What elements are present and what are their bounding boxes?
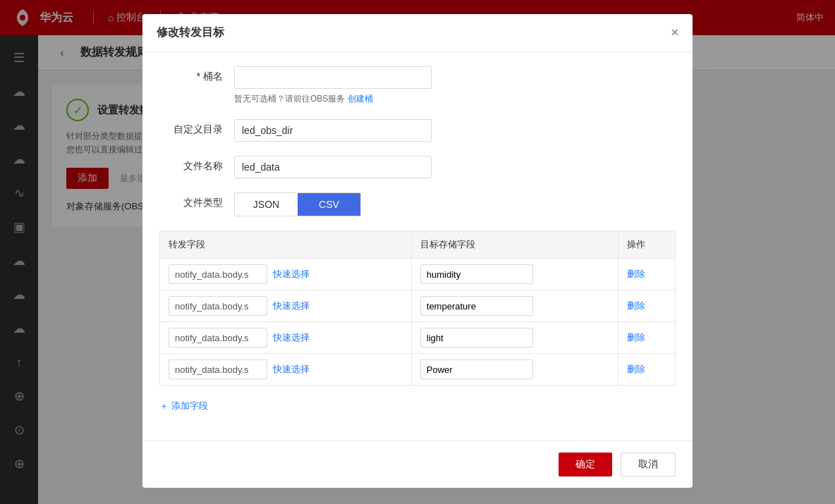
modal: 修改转发目标 × * 桶名 暂无可选桶？请前往OBS服务 创建桶 (142, 14, 693, 488)
table-row: 快速选择 删除 (160, 354, 676, 386)
bucket-input[interactable] (234, 66, 432, 89)
file-name-input[interactable] (234, 156, 432, 178)
bucket-label: * 桶名 (159, 66, 223, 83)
plus-icon: ＋ (159, 400, 169, 412)
quick-select-button[interactable]: 快速选择 (273, 268, 310, 281)
col-action: 操作 (618, 231, 676, 259)
csv-type-button[interactable]: CSV (298, 193, 360, 216)
confirm-button[interactable]: 确定 (559, 453, 612, 477)
json-type-button[interactable]: JSON (235, 193, 298, 216)
target-field-input[interactable] (420, 296, 533, 316)
target-field-input[interactable] (420, 264, 533, 284)
cancel-button[interactable]: 取消 (621, 453, 676, 477)
col-target: 目标存储字段 (411, 231, 618, 259)
file-type-control: JSON CSV (234, 192, 676, 216)
custom-dir-control (234, 119, 676, 142)
target-field-input[interactable] (420, 328, 533, 348)
source-field-input[interactable] (169, 359, 267, 379)
custom-dir-label: 自定义目录 (159, 119, 223, 136)
source-field-input[interactable] (169, 296, 267, 316)
source-field-input[interactable] (169, 328, 267, 348)
delete-button[interactable]: 删除 (627, 300, 645, 312)
quick-select-button[interactable]: 快速选择 (273, 300, 310, 312)
delete-button[interactable]: 删除 (627, 331, 645, 344)
file-name-row: 文件名称 (159, 156, 676, 178)
bucket-control: 暂无可选桶？请前往OBS服务 创建桶 (234, 66, 676, 105)
col-source: 转发字段 (160, 231, 412, 259)
quick-select-button[interactable]: 快速选择 (273, 363, 310, 376)
modal-header: 修改转发目标 × (142, 14, 693, 52)
modal-close-button[interactable]: × (671, 25, 678, 40)
fields-table-row: 转发字段 目标存储字段 操作 快速选择 删除 (159, 231, 676, 412)
file-type-row: 文件类型 JSON CSV (159, 192, 676, 216)
add-field-link[interactable]: ＋ 添加字段 (159, 400, 208, 412)
source-field-input[interactable] (169, 264, 267, 284)
table-row: 快速选择 删除 (160, 290, 676, 322)
file-name-label: 文件名称 (159, 156, 223, 173)
table-row: 快速选择 删除 (160, 322, 676, 354)
add-field-label: 添加字段 (171, 400, 208, 412)
bucket-row: * 桶名 暂无可选桶？请前往OBS服务 创建桶 (159, 66, 676, 105)
target-field-input[interactable] (420, 359, 533, 379)
custom-dir-row: 自定义目录 (159, 119, 676, 142)
file-type-label: 文件类型 (159, 192, 223, 209)
file-name-control (234, 156, 676, 178)
modal-footer: 确定 取消 (142, 441, 693, 488)
table-row: 快速选择 删除 (160, 259, 676, 290)
modal-title: 修改转发目标 (157, 25, 224, 40)
quick-select-button[interactable]: 快速选择 (273, 331, 310, 344)
delete-button[interactable]: 删除 (627, 363, 645, 376)
fields-table: 转发字段 目标存储字段 操作 快速选择 删除 (159, 231, 676, 386)
custom-dir-input[interactable] (234, 119, 432, 142)
modal-overlay: 修改转发目标 × * 桶名 暂无可选桶？请前往OBS服务 创建桶 (0, 0, 835, 504)
no-bucket-hint: 暂无可选桶？请前往OBS服务 创建桶 (234, 93, 676, 105)
delete-button[interactable]: 删除 (627, 268, 645, 281)
create-bucket-link[interactable]: 创建桶 (348, 94, 373, 104)
modal-body: * 桶名 暂无可选桶？请前往OBS服务 创建桶 自定义目录 (142, 52, 693, 441)
file-type-group: JSON CSV (234, 192, 361, 216)
